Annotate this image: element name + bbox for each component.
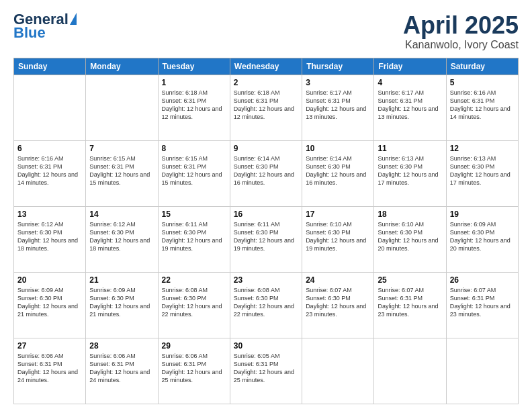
table-row: 8 Sunrise: 6:15 AM Sunset: 6:31 PM Dayli… <box>158 140 230 206</box>
cell-info: Sunrise: 6:17 AM Sunset: 6:31 PM Dayligh… <box>378 89 442 122</box>
cell-info: Sunrise: 6:10 AM Sunset: 6:30 PM Dayligh… <box>378 220 442 253</box>
sunset-text: Sunset: 6:31 PM <box>450 97 495 104</box>
day-number: 4 <box>378 78 442 87</box>
table-row: 2 Sunrise: 6:18 AM Sunset: 6:31 PM Dayli… <box>230 75 302 140</box>
sunset-text: Sunset: 6:31 PM <box>89 361 134 367</box>
sunset-text: Sunset: 6:31 PM <box>378 295 423 302</box>
sunset-text: Sunset: 6:30 PM <box>89 295 134 302</box>
table-row <box>374 338 446 404</box>
logo: General Blue <box>13 12 77 42</box>
sunrise-text: Sunrise: 6:09 AM <box>89 287 136 293</box>
sunrise-text: Sunrise: 6:07 AM <box>306 287 352 293</box>
day-number: 21 <box>89 275 154 285</box>
col-monday: Monday <box>86 58 158 75</box>
table-row: 13 Sunrise: 6:12 AM Sunset: 6:30 PM Dayl… <box>14 206 86 272</box>
day-number: 28 <box>89 341 154 351</box>
page-subtitle: Kananwolo, Ivory Coast <box>403 39 519 51</box>
day-number: 24 <box>306 275 370 285</box>
daylight-text: Daylight: 12 hours and 23 minutes. <box>306 303 366 318</box>
sunrise-text: Sunrise: 6:10 AM <box>306 221 352 228</box>
calendar-header-row: Sunday Monday Tuesday Wednesday Thursday… <box>14 58 519 75</box>
daylight-text: Daylight: 12 hours and 19 minutes. <box>162 237 222 252</box>
sunrise-text: Sunrise: 6:14 AM <box>234 155 280 162</box>
sunset-text: Sunset: 6:30 PM <box>450 163 495 170</box>
cell-info: Sunrise: 6:13 AM Sunset: 6:30 PM Dayligh… <box>378 154 442 187</box>
table-row: 23 Sunrise: 6:08 AM Sunset: 6:30 PM Dayl… <box>230 272 302 338</box>
cell-info: Sunrise: 6:14 AM Sunset: 6:30 PM Dayligh… <box>306 154 370 187</box>
calendar-week-row: 20 Sunrise: 6:09 AM Sunset: 6:30 PM Dayl… <box>14 272 519 338</box>
day-number: 19 <box>450 210 515 219</box>
cell-info: Sunrise: 6:12 AM Sunset: 6:30 PM Dayligh… <box>89 220 154 253</box>
cell-info: Sunrise: 6:11 AM Sunset: 6:30 PM Dayligh… <box>234 220 298 253</box>
sunset-text: Sunset: 6:31 PM <box>162 361 207 367</box>
daylight-text: Daylight: 12 hours and 12 minutes. <box>162 105 222 120</box>
sunset-text: Sunset: 6:30 PM <box>306 229 351 236</box>
cell-info: Sunrise: 6:09 AM Sunset: 6:30 PM Dayligh… <box>17 286 82 319</box>
sunset-text: Sunset: 6:30 PM <box>17 295 62 302</box>
header: General Blue April 2025 Kananwolo, Ivory… <box>13 12 519 51</box>
sunset-text: Sunset: 6:30 PM <box>89 229 134 236</box>
sunset-text: Sunset: 6:31 PM <box>378 97 423 104</box>
cell-info: Sunrise: 6:09 AM Sunset: 6:30 PM Dayligh… <box>450 220 515 253</box>
day-number: 1 <box>162 78 226 87</box>
daylight-text: Daylight: 12 hours and 25 minutes. <box>234 369 294 383</box>
col-thursday: Thursday <box>302 58 374 75</box>
logo-triangle-icon <box>70 13 77 25</box>
daylight-text: Daylight: 12 hours and 20 minutes. <box>450 237 511 252</box>
sunrise-text: Sunrise: 6:06 AM <box>89 353 136 359</box>
sunset-text: Sunset: 6:31 PM <box>234 361 279 367</box>
table-row <box>302 338 374 404</box>
page-title: April 2025 <box>403 12 519 39</box>
day-number: 17 <box>306 210 370 219</box>
cell-info: Sunrise: 6:11 AM Sunset: 6:30 PM Dayligh… <box>162 220 226 253</box>
sunrise-text: Sunrise: 6:16 AM <box>17 155 64 162</box>
table-row: 15 Sunrise: 6:11 AM Sunset: 6:30 PM Dayl… <box>158 206 230 272</box>
sunset-text: Sunset: 6:30 PM <box>306 163 351 170</box>
daylight-text: Daylight: 12 hours and 23 minutes. <box>378 303 438 318</box>
day-number: 9 <box>234 144 298 153</box>
table-row: 11 Sunrise: 6:13 AM Sunset: 6:30 PM Dayl… <box>374 140 446 206</box>
daylight-text: Daylight: 12 hours and 14 minutes. <box>17 171 78 186</box>
sunrise-text: Sunrise: 6:06 AM <box>162 353 208 359</box>
table-row: 24 Sunrise: 6:07 AM Sunset: 6:30 PM Dayl… <box>302 272 374 338</box>
table-row: 29 Sunrise: 6:06 AM Sunset: 6:31 PM Dayl… <box>158 338 230 404</box>
day-number: 12 <box>450 144 515 153</box>
table-row: 28 Sunrise: 6:06 AM Sunset: 6:31 PM Dayl… <box>86 338 158 404</box>
day-number: 10 <box>306 144 370 153</box>
table-row: 20 Sunrise: 6:09 AM Sunset: 6:30 PM Dayl… <box>14 272 86 338</box>
cell-info: Sunrise: 6:07 AM Sunset: 6:31 PM Dayligh… <box>450 286 515 319</box>
cell-info: Sunrise: 6:10 AM Sunset: 6:30 PM Dayligh… <box>306 220 370 253</box>
sunset-text: Sunset: 6:30 PM <box>234 229 279 236</box>
day-number: 5 <box>450 78 515 87</box>
day-number: 8 <box>162 144 226 153</box>
daylight-text: Daylight: 12 hours and 17 minutes. <box>450 171 511 186</box>
daylight-text: Daylight: 12 hours and 24 minutes. <box>17 369 78 383</box>
day-number: 23 <box>234 275 298 285</box>
sunset-text: Sunset: 6:31 PM <box>162 97 207 104</box>
daylight-text: Daylight: 12 hours and 13 minutes. <box>306 105 366 120</box>
sunrise-text: Sunrise: 6:09 AM <box>450 221 496 228</box>
sunrise-text: Sunrise: 6:13 AM <box>378 155 424 162</box>
cell-info: Sunrise: 6:07 AM Sunset: 6:31 PM Dayligh… <box>378 286 442 319</box>
day-number: 18 <box>378 210 442 219</box>
day-number: 13 <box>17 210 82 219</box>
sunrise-text: Sunrise: 6:06 AM <box>17 353 64 359</box>
table-row: 30 Sunrise: 6:05 AM Sunset: 6:31 PM Dayl… <box>230 338 302 404</box>
daylight-text: Daylight: 12 hours and 18 minutes. <box>89 237 150 252</box>
calendar-week-row: 13 Sunrise: 6:12 AM Sunset: 6:30 PM Dayl… <box>14 206 519 272</box>
daylight-text: Daylight: 12 hours and 25 minutes. <box>162 369 222 383</box>
table-row: 14 Sunrise: 6:12 AM Sunset: 6:30 PM Dayl… <box>86 206 158 272</box>
col-sunday: Sunday <box>14 58 86 75</box>
cell-info: Sunrise: 6:05 AM Sunset: 6:31 PM Dayligh… <box>234 352 298 385</box>
sunset-text: Sunset: 6:31 PM <box>306 97 351 104</box>
col-friday: Friday <box>374 58 446 75</box>
day-number: 27 <box>17 341 82 351</box>
sunset-text: Sunset: 6:30 PM <box>17 229 62 236</box>
daylight-text: Daylight: 12 hours and 22 minutes. <box>234 303 294 318</box>
calendar-table: Sunday Monday Tuesday Wednesday Thursday… <box>13 58 519 404</box>
daylight-text: Daylight: 12 hours and 18 minutes. <box>17 237 78 252</box>
sunrise-text: Sunrise: 6:08 AM <box>162 287 208 293</box>
daylight-text: Daylight: 12 hours and 16 minutes. <box>306 171 366 186</box>
calendar-week-row: 6 Sunrise: 6:16 AM Sunset: 6:31 PM Dayli… <box>14 140 519 206</box>
sunset-text: Sunset: 6:31 PM <box>17 163 62 170</box>
